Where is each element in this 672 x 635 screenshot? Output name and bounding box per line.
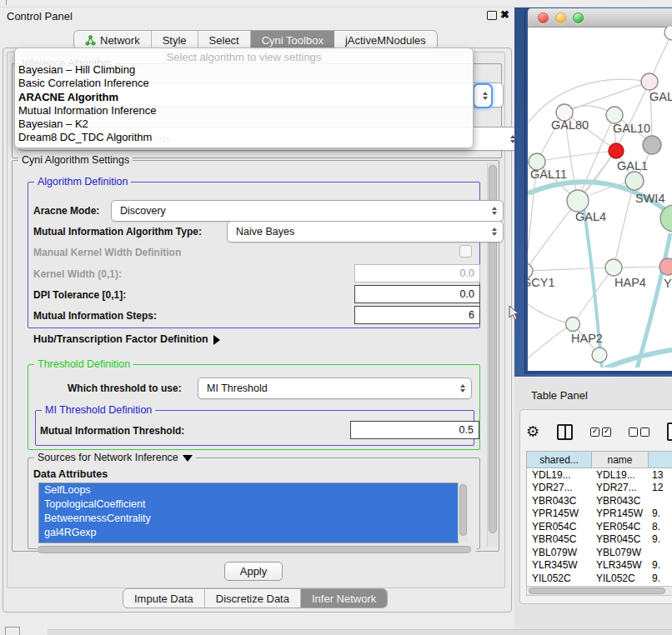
- sources-group-title[interactable]: Sources for Network Inference: [34, 452, 196, 463]
- aracne-mode-combo[interactable]: Discovery: [111, 200, 504, 222]
- dropdown-item-mutual-information[interactable]: Mutual Information Inference: [15, 104, 473, 118]
- tab-network-label: Network: [100, 34, 140, 47]
- manual-kernel-width-checkbox[interactable]: [459, 245, 472, 258]
- apply-button[interactable]: Apply: [224, 562, 283, 581]
- tab-impute-data[interactable]: Impute Data: [123, 589, 205, 608]
- minimize-traffic-light[interactable]: [555, 12, 566, 23]
- list-item-betweennesscentrality[interactable]: BetweennessCentrality: [39, 512, 459, 526]
- tab-cyni-toolbox-label: Cyni Toolbox: [262, 34, 323, 47]
- threshold-definition-title: Threshold Definition: [34, 358, 133, 370]
- mi-threshold-definition-title: MI Threshold Definition: [42, 404, 155, 416]
- table-row[interactable]: YDL19...YDL19...13: [527, 468, 672, 482]
- table-row[interactable]: YPR145WYPR145W9.: [527, 508, 672, 521]
- table-row[interactable]: YBR045CYBR045C9.: [527, 533, 672, 547]
- algorithm-select-combo-arrow-focused[interactable]: [473, 83, 493, 108]
- node-gray: [643, 136, 661, 154]
- attributes-horizontal-scrollbar-thumb[interactable]: [38, 546, 471, 553]
- select-all-checks-icon[interactable]: ✓✓: [590, 428, 611, 437]
- docked-panel-icon[interactable]: [5, 627, 20, 635]
- column-header-shared[interactable]: shared...: [527, 452, 592, 468]
- network-graph[interactable]: GAL GAL80 GAL10 GAL1 GAL11 SWI4 GAL4 GCY…: [528, 27, 672, 368]
- table-row[interactable]: YDR27...YDR27...12: [527, 482, 672, 495]
- column-header-third[interactable]: [649, 452, 672, 468]
- bottom-strip: [48, 629, 672, 635]
- bottom-tabbar: Impute Data Discretize Data Infer Networ…: [123, 588, 388, 608]
- hub-definition-label: Hub/Transcription Factor Definition: [33, 333, 208, 345]
- expand-right-icon: [213, 335, 220, 345]
- close-traffic-light[interactable]: [538, 12, 549, 23]
- list-item-selfloops[interactable]: SelfLoops: [39, 483, 459, 498]
- tab-infer-network[interactable]: Infer Network: [301, 589, 387, 608]
- mouse-cursor: [509, 305, 520, 322]
- label-gal80: GAL80: [551, 118, 589, 132]
- zoom-traffic-light[interactable]: [573, 12, 584, 23]
- list-item-gal4rgexp[interactable]: gal4RGexp: [39, 526, 459, 540]
- node-gal-partial: [641, 73, 658, 90]
- network-node-labels: GAL GAL80 GAL10 GAL1 GAL11 SWI4 GAL4 GCY…: [528, 90, 672, 345]
- split-columns-icon[interactable]: [557, 424, 573, 440]
- attributes-vertical-scrollbar-thumb[interactable]: [459, 484, 467, 536]
- dropdown-item-basic-correlation[interactable]: Basic Correlation Inference: [15, 77, 473, 90]
- data-attributes-list[interactable]: SelfLoops TopologicalCoefficient Between…: [38, 482, 459, 543]
- table-horizontal-scrollbar-thumb[interactable]: [529, 588, 665, 594]
- node-gal10: [606, 107, 623, 123]
- table-row[interactable]: YIL052CYIL052C9.: [527, 572, 672, 585]
- clear-checks-icon[interactable]: [629, 428, 649, 437]
- table-panel-title: Table Panel: [531, 389, 588, 402]
- table-row[interactable]: YER054CYER054C8.: [527, 520, 672, 533]
- mi-threshold-label: Mutual Information Threshold:: [40, 425, 184, 437]
- table-panel: Table Panel ⚙ ✓✓ shared... name YDL19...…: [514, 377, 672, 635]
- mi-steps-input[interactable]: 6: [354, 306, 480, 324]
- node-gal1: [625, 172, 644, 190]
- mi-threshold-input[interactable]: 0.5: [350, 421, 479, 439]
- hub-definition-toggle[interactable]: Hub/Transcription Factor Definition: [33, 333, 220, 345]
- mi-algorithm-type-combo[interactable]: Naive Bayes: [227, 221, 504, 242]
- top-left-tick: [6, 0, 7, 5]
- kernel-width-input[interactable]: 0.0: [354, 264, 480, 282]
- app-root: { "window": { "title": "Control Panel" }…: [0, 0, 672, 635]
- tab-jactivemnodules-label: jActiveMNodules: [345, 34, 426, 47]
- file-icon[interactable]: [667, 422, 672, 441]
- close-icon[interactable]: ✖: [500, 10, 509, 20]
- dpi-tolerance-label: DPI Tolerance [0,1]:: [33, 289, 126, 301]
- control-panel-title: Control Panel: [7, 10, 73, 22]
- cyni-algorithm-settings-title: Cyni Algorithm Settings: [18, 154, 133, 166]
- tab-style-label: Style: [163, 34, 187, 47]
- aracne-mode-value: Discovery: [120, 205, 166, 217]
- network-window-titlebar[interactable]: [528, 8, 672, 28]
- gear-icon[interactable]: ⚙: [526, 424, 539, 439]
- node-hap4: [605, 259, 622, 276]
- node-gal4: [567, 190, 589, 212]
- attributes-vertical-scrollbar[interactable]: [458, 482, 468, 542]
- label-gal-partial: GAL: [649, 90, 672, 103]
- label-hap4: HAP4: [614, 276, 646, 289]
- dropdown-item-aracne[interactable]: ARACNE Algorithm: [15, 91, 473, 104]
- label-y-partial: Y: [664, 277, 672, 290]
- table-row[interactable]: YLR345WYLR345W9.: [527, 559, 672, 572]
- tab-cyni-toolbox[interactable]: Cyni Toolbox: [251, 31, 334, 49]
- which-threshold-combo[interactable]: MI Threshold: [198, 378, 472, 399]
- list-item-topologicalcoefficient[interactable]: TopologicalCoefficient: [39, 498, 459, 512]
- dpi-tolerance-input[interactable]: 0.0: [354, 285, 480, 303]
- table-row[interactable]: YBR043CYBR043C: [527, 494, 672, 508]
- float-window-icon[interactable]: [487, 11, 497, 20]
- dropdown-item-dream8[interactable]: Dream8 DC_TDC Algorithm: [15, 131, 473, 144]
- tab-infer-network-label: Infer Network: [312, 592, 376, 605]
- tab-network[interactable]: Network: [74, 31, 152, 49]
- dropdown-item-bayesian-k2[interactable]: Bayesian – K2: [15, 118, 473, 131]
- algorithm-dropdown-menu: Select algorithm to view settings Bayesi…: [14, 48, 474, 148]
- sources-group-label: Sources for Network Inference: [38, 452, 178, 463]
- label-gal1: GAL1: [617, 159, 648, 172]
- tab-discretize-data[interactable]: Discretize Data: [205, 589, 301, 608]
- network-icon: [85, 35, 96, 46]
- attributes-horizontal-scrollbar[interactable]: [37, 545, 477, 552]
- table-horizontal-scrollbar[interactable]: [526, 586, 672, 596]
- table-row[interactable]: YBL079WYBL079W: [527, 546, 672, 559]
- dropdown-item-bayesian-hill-climbing[interactable]: Bayesian – Hill Climbing: [15, 63, 473, 77]
- tab-jactivemnodules[interactable]: jActiveMNodules: [334, 31, 437, 49]
- column-header-name[interactable]: name: [592, 452, 649, 468]
- label-gal11: GAL11: [530, 168, 567, 181]
- tab-style[interactable]: Style: [152, 31, 198, 49]
- data-attributes-label: Data Attributes: [33, 468, 108, 480]
- tab-select[interactable]: Select: [198, 31, 251, 49]
